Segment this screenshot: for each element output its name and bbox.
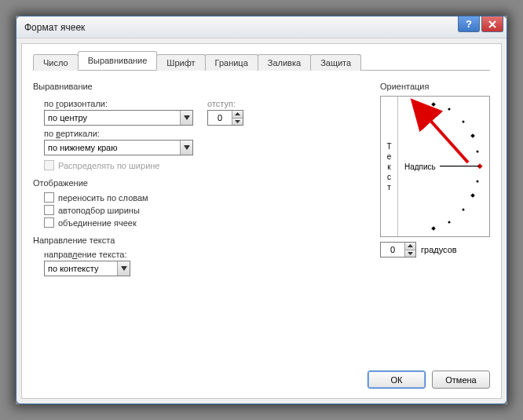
- client-area: Число Выравнивание Шрифт Граница Заливка…: [21, 43, 502, 399]
- direction-dropdown-button[interactable]: [117, 261, 130, 276]
- vertical-label: по вертикали:: [44, 129, 193, 138]
- chevron-down-icon: [408, 252, 413, 255]
- distribute-checkbox: Распределять по ширине: [44, 160, 368, 170]
- svg-point-8: [463, 209, 465, 211]
- direction-value[interactable]: [45, 261, 117, 276]
- svg-rect-10: [431, 226, 436, 231]
- shrink-checkbox[interactable]: автоподбор ширины: [44, 205, 368, 215]
- ok-button[interactable]: ОК: [368, 371, 426, 389]
- window-title: Формат ячеек: [24, 22, 85, 33]
- degree-label: градусов: [421, 245, 457, 254]
- orientation-control[interactable]: Текст Надпись: [380, 96, 490, 237]
- close-icon: [488, 20, 496, 28]
- orientation-word: Надпись: [404, 163, 436, 171]
- group-display: Отображение: [33, 178, 368, 188]
- tab-fill[interactable]: Заливка: [258, 54, 311, 71]
- svg-line-12: [427, 117, 468, 163]
- group-direction: Направление текста: [33, 236, 368, 245]
- direction-combo[interactable]: [44, 261, 130, 276]
- tab-alignment[interactable]: Выравнивание: [78, 51, 158, 70]
- svg-point-9: [448, 221, 451, 224]
- orientation-dial[interactable]: Надпись: [398, 97, 489, 236]
- vertical-value[interactable]: [45, 141, 180, 155]
- indent-value[interactable]: [208, 111, 232, 125]
- degree-spinner[interactable]: [380, 242, 416, 257]
- vertical-dropdown-button[interactable]: [180, 141, 192, 155]
- chevron-up-icon: [408, 244, 413, 247]
- merge-checkbox[interactable]: объединение ячеек: [44, 217, 368, 228]
- indent-up[interactable]: [232, 111, 243, 119]
- vertical-combo[interactable]: [44, 140, 193, 155]
- svg-point-1: [448, 108, 451, 111]
- svg-point-2: [463, 121, 465, 123]
- svg-rect-7: [470, 193, 475, 198]
- tab-border[interactable]: Граница: [205, 54, 258, 71]
- chevron-down-icon: [235, 120, 240, 123]
- close-button[interactable]: [481, 16, 503, 32]
- degree-value[interactable]: [381, 243, 404, 257]
- tab-number[interactable]: Число: [33, 54, 79, 71]
- tab-font[interactable]: Шрифт: [156, 54, 205, 71]
- direction-label: направление текста:: [44, 250, 368, 259]
- degree-down[interactable]: [404, 250, 415, 257]
- group-orientation: Ориентация: [380, 82, 490, 91]
- chevron-down-icon: [184, 115, 190, 120]
- tab-protection[interactable]: Защита: [310, 54, 361, 71]
- indent-label: отступ:: [207, 99, 243, 108]
- cancel-button[interactable]: Отмена: [432, 371, 490, 389]
- svg-point-6: [477, 181, 479, 183]
- horizontal-label: по горизонтали:: [44, 99, 193, 108]
- chevron-up-icon: [235, 112, 240, 115]
- titlebar[interactable]: Формат ячеек ?: [16, 16, 507, 38]
- tab-strip: Число Выравнивание Шрифт Граница Заливка…: [33, 52, 490, 71]
- wrap-checkbox[interactable]: переносить по словам: [44, 192, 368, 203]
- horizontal-dropdown-button[interactable]: [180, 111, 192, 125]
- dialog-format-cells: Формат ячеек ? Число Выравнивание Шрифт …: [16, 16, 507, 404]
- chevron-down-icon: [184, 145, 190, 150]
- horizontal-value[interactable]: [45, 111, 180, 125]
- svg-point-4: [477, 151, 479, 153]
- chevron-down-icon: [121, 266, 127, 271]
- degree-up[interactable]: [404, 243, 415, 250]
- help-button[interactable]: ?: [458, 16, 480, 32]
- group-alignment: Выравнивание: [33, 82, 368, 91]
- indent-down[interactable]: [232, 119, 243, 126]
- svg-rect-3: [470, 133, 475, 138]
- indent-spinner[interactable]: [207, 110, 243, 126]
- horizontal-combo[interactable]: [44, 110, 193, 126]
- orientation-vertical-label[interactable]: Текст: [381, 97, 398, 236]
- svg-rect-0: [431, 102, 436, 107]
- svg-rect-11: [440, 166, 479, 166]
